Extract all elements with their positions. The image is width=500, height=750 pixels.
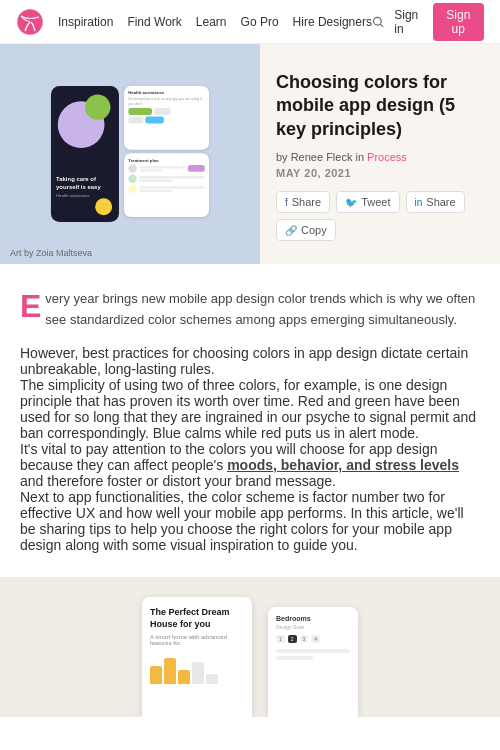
bottom-image-section: The Perfect Dream House for you A smart …	[0, 577, 500, 717]
bar-4	[192, 662, 204, 684]
paragraph-4-after: and therefore foster or distort your bra…	[20, 473, 336, 489]
paragraph-2: However, best practices for choosing col…	[20, 345, 480, 377]
copy-button[interactable]: 🔗 Copy	[276, 219, 336, 241]
process-link[interactable]: Process	[367, 151, 407, 163]
nav-find-work[interactable]: Find Work	[127, 15, 181, 29]
link-icon: 🔗	[285, 225, 297, 236]
mock-line-6	[139, 189, 172, 192]
mock-line-5	[139, 186, 204, 189]
mock-right-top-header: Health assistance	[128, 90, 205, 95]
mock-list-3	[128, 185, 205, 194]
bottom-right-header: Bedrooms	[276, 615, 350, 622]
mock-line-1	[139, 165, 185, 168]
hero-section: Taking care of yourself is easy Health a…	[0, 44, 500, 264]
mood-behavior-link[interactable]: moods, behavior, and stress levels	[227, 457, 459, 473]
bar-3	[178, 670, 190, 684]
mock-line-2	[139, 169, 162, 172]
mock-avatar-3	[128, 185, 137, 194]
mock-list-1	[128, 164, 205, 173]
bottom-mock-right: Bedrooms Design Suite 1 2 3 4	[268, 607, 358, 717]
share-linkedin-button[interactable]: in Share	[406, 191, 465, 213]
bottom-mock-left: The Perfect Dream House for you A smart …	[142, 597, 252, 717]
mock-phone-text: Taking care of yourself is easy Health a…	[56, 176, 114, 198]
share-actions: f Share 🐦 Tweet in Share 🔗 Copy	[276, 191, 480, 241]
linkedin-icon: in	[415, 197, 423, 208]
mock-phone-title: Taking care of yourself is easy	[56, 176, 114, 190]
copy-label: Copy	[301, 224, 327, 236]
mock-phone-left: Taking care of yourself is easy Health a…	[51, 86, 119, 222]
mock-right-bottom-header: Treatment plan	[128, 157, 205, 162]
mock-chip-3	[128, 117, 143, 124]
drop-cap-letter: E	[20, 290, 41, 322]
author-text: by Renee Fleck in	[276, 151, 364, 163]
mock-avatar-1	[128, 164, 137, 173]
nav-actions: Sign in Sign up	[372, 3, 484, 41]
mock-status-chip	[188, 165, 205, 172]
first-paragraph: E very year brings new mobile app design…	[20, 288, 480, 331]
dribbble-logo[interactable]	[16, 8, 44, 36]
mock-chip-4	[145, 117, 164, 124]
hero-content: Choosing colors for mobile app design (5…	[260, 44, 500, 264]
mock-chip-1	[128, 108, 152, 115]
right-line-2	[276, 656, 313, 660]
bedroom-chips: 1 2 3 4	[276, 635, 350, 643]
art-credit: Art by Zoia Maltseva	[10, 248, 92, 258]
mock-phones-right: Health assistance No design has a look o…	[124, 86, 209, 222]
paragraph-4: It's vital to pay attention to the color…	[20, 441, 480, 489]
tweet-button[interactable]: 🐦 Tweet	[336, 191, 399, 213]
nav-links: Inspiration Find Work Learn Go Pro Hire …	[58, 15, 372, 29]
bar-5	[206, 674, 218, 684]
share-linkedin-label: Share	[426, 196, 455, 208]
hero-image: Taking care of yourself is easy Health a…	[0, 44, 260, 264]
right-line-1	[276, 649, 350, 653]
mock-line-4	[139, 179, 172, 182]
share-facebook-button[interactable]: f Share	[276, 191, 330, 213]
nav-inspiration[interactable]: Inspiration	[58, 15, 113, 29]
bedroom-chip-1[interactable]: 1	[276, 635, 285, 643]
nav-learn[interactable]: Learn	[196, 15, 227, 29]
paragraph-5: Next to app functionalities, the color s…	[20, 489, 480, 553]
bar-1	[150, 666, 162, 684]
search-icon[interactable]	[372, 14, 384, 30]
article-body: E very year brings new mobile app design…	[0, 264, 500, 577]
bedroom-chip-4[interactable]: 4	[311, 635, 320, 643]
first-paragraph-text: very year brings new mobile app design c…	[45, 288, 480, 331]
mock-phone-right-bottom: Treatment plan	[124, 153, 209, 217]
twitter-icon: 🐦	[345, 197, 357, 208]
article-meta: by Renee Fleck in Process	[276, 151, 480, 163]
bedroom-chip-2[interactable]: 2	[288, 635, 297, 643]
mock-line-3	[139, 176, 204, 179]
bottom-right-sub: Design Suite	[276, 624, 350, 630]
mock-phone-right-top: Health assistance No design has a look o…	[124, 86, 209, 150]
navbar: Inspiration Find Work Learn Go Pro Hire …	[0, 0, 500, 44]
bedroom-chip-3[interactable]: 3	[300, 635, 309, 643]
mock-avatar-2	[128, 174, 137, 183]
signup-button[interactable]: Sign up	[433, 3, 484, 41]
bottom-left-sub: A smart home with advanced features for	[150, 634, 244, 646]
facebook-icon: f	[285, 197, 288, 208]
article-title: Choosing colors for mobile app design (5…	[276, 71, 480, 141]
signin-link[interactable]: Sign in	[394, 8, 422, 36]
mock-circle-green	[85, 94, 111, 120]
bottom-bar-chart	[150, 654, 244, 684]
mock-right-top-sub: No design has a look on any app you are …	[128, 97, 205, 106]
tweet-label: Tweet	[361, 196, 390, 208]
bar-2	[164, 658, 176, 684]
nav-go-pro[interactable]: Go Pro	[241, 15, 279, 29]
hero-mockup: Taking care of yourself is easy Health a…	[41, 72, 220, 235]
article-date: MAY 20, 2021	[276, 167, 480, 179]
mock-list-2	[128, 174, 205, 183]
share-facebook-label: Share	[292, 196, 321, 208]
bottom-left-title: The Perfect Dream House for you	[150, 607, 244, 630]
nav-hire-designers[interactable]: Hire Designers	[293, 15, 372, 29]
mock-dot-yellow	[95, 198, 112, 215]
paragraph-3: The simplicity of using two of three col…	[20, 377, 480, 441]
mock-chip-2	[154, 108, 171, 115]
